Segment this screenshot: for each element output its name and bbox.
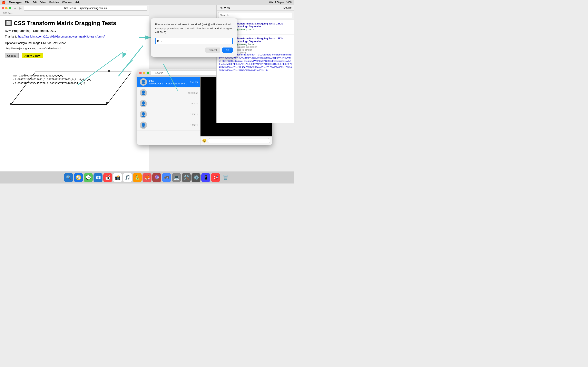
- close-button[interactable]: [2, 7, 4, 9]
- thread-avatar-2: 👤: [140, 89, 147, 96]
- to-number: 58: [227, 6, 230, 9]
- page-title-icon: 🔲: [5, 20, 12, 26]
- thread-avatar-1: 👤: [140, 78, 147, 86]
- menubar-time: Wed 7:56 pm: [269, 1, 284, 4]
- thread-preview-1: Website: CSS Transform Matrix Dragging T…: [149, 82, 188, 85]
- dock-app3[interactable]: 🎮: [162, 173, 171, 182]
- dialog-ok-button[interactable]: OK: [222, 48, 233, 53]
- messages-fullscreen[interactable]: [147, 72, 149, 74]
- thread-time-2: Yesterday: [188, 92, 198, 94]
- emoji-icon[interactable]: 😊: [202, 138, 207, 143]
- minimize-button[interactable]: [5, 7, 8, 9]
- dock-app2[interactable]: 🔮: [152, 173, 161, 182]
- right-search-input[interactable]: [218, 12, 292, 18]
- dock-mail[interactable]: 📧: [94, 173, 103, 182]
- menubar-battery: 100%: [286, 1, 292, 4]
- menubar-window[interactable]: Window: [62, 1, 71, 4]
- bookmark-css-tra[interactable]: CSS Tra...: [2, 11, 15, 15]
- message-text-input[interactable]: [208, 138, 270, 143]
- dock-finder[interactable]: 🔍: [64, 173, 73, 182]
- menubar: 🍎 Messages File Edit View Buddies Window…: [0, 0, 294, 5]
- thread-time-4: 22/3/21: [190, 113, 198, 116]
- matrix-display: matrix3d(0.8746038503382053,0,0,0, -0.09…: [13, 74, 91, 86]
- menubar-buddies[interactable]: Buddies: [49, 1, 59, 4]
- forward-button[interactable]: ▶: [18, 6, 22, 10]
- dock-app6[interactable]: ⚙️: [191, 173, 200, 182]
- bookmark-add[interactable]: +: [15, 11, 19, 15]
- emailer-note: For emailer they not webpage look emaile…: [237, 43, 261, 54]
- dock-trash[interactable]: 🗑️: [221, 173, 230, 182]
- details-label[interactable]: Details: [283, 6, 292, 9]
- thread-info-1: 0 58 Website: CSS Transform Matrix Dragg…: [149, 79, 188, 85]
- svg-text:→: →: [123, 48, 128, 53]
- bookmark-bar: CSS Tra... +: [2, 11, 147, 15]
- messages-minimize[interactable]: [143, 72, 145, 74]
- dock-firefox[interactable]: 🦊: [143, 173, 151, 182]
- to-label: To:: [219, 6, 223, 9]
- thread-avatar-3: 👤: [140, 100, 147, 107]
- browser-toolbar: ◀ ▶ Not Secure — rjmprogramming.com.au C…: [0, 5, 149, 16]
- messages-input-area: 😊: [200, 136, 272, 145]
- messages-sidebar: 👤 0 58 Website: CSS Transform Matrix Dra…: [137, 77, 200, 145]
- menubar-edit[interactable]: Edit: [33, 1, 37, 4]
- message-thread-3[interactable]: 👤 22/3/21: [137, 98, 200, 109]
- result-title-2: CSS Transform Matrix Dragging Tests ... …: [231, 37, 292, 43]
- message-thread-4[interactable]: 👤 22/3/21: [137, 109, 200, 120]
- message-thread-2[interactable]: 👤 Yesterday: [137, 87, 200, 98]
- dock-photos[interactable]: 📸: [113, 173, 122, 182]
- thread-avatar-4: 👤: [140, 111, 147, 118]
- dialog-buttons: Cancel OK: [155, 48, 233, 53]
- message-thread-5[interactable]: 👤 16/3/21: [137, 120, 200, 131]
- url-bar[interactable]: Not Secure — rjmprogramming.com.au: [24, 6, 147, 11]
- menubar-file[interactable]: File: [25, 1, 29, 4]
- thanks-link[interactable]: http://franklinta.com/2014/09/08/computi…: [18, 35, 104, 38]
- to-value: 0: [224, 6, 226, 9]
- messages-close[interactable]: [139, 72, 142, 74]
- bg-input[interactable]: http://www.rjmprogramming.com.au/MyBusin…: [5, 46, 62, 51]
- traffic-lights: [2, 7, 11, 9]
- url-bar-container: Not Secure — rjmprogramming.com.au: [24, 6, 147, 11]
- thread-avatar-5: 👤: [140, 122, 147, 129]
- dock-safari[interactable]: 🧭: [74, 173, 83, 182]
- to-bar: To: 0 58 Details: [217, 5, 294, 11]
- svg-rect-2: [10, 103, 12, 105]
- fullscreen-button[interactable]: [9, 7, 11, 9]
- choose-button[interactable]: Choose: [5, 53, 18, 58]
- apple-menu[interactable]: 🍎: [2, 0, 6, 4]
- dock-app7[interactable]: 📱: [201, 173, 210, 182]
- apply-below-button[interactable]: Apply Below: [22, 53, 43, 58]
- dock-app4[interactable]: 💻: [172, 173, 181, 182]
- dialog-cancel-button[interactable]: Cancel: [205, 48, 220, 53]
- author-line: RJM Programming - September, 2017: [5, 29, 144, 33]
- result-info-1: CSS Transform Matrix Dragging Tests ... …: [231, 22, 292, 32]
- dock-app5[interactable]: 🛠️: [182, 173, 191, 182]
- dock: 🔍 🧭 💬 📧 📆 📸 🎵 🐍 🦊 🔮 🎮 💻 🛠️ ⚙️ 📱 🎯 🗑️: [0, 171, 294, 184]
- dock-calendar[interactable]: 📆: [103, 173, 112, 182]
- menubar-help[interactable]: Help: [75, 1, 80, 4]
- thread-time-5: 16/3/21: [190, 124, 198, 126]
- dock-app1[interactable]: 🐍: [133, 173, 142, 182]
- thread-name-1: 0 58: [149, 79, 188, 82]
- message-thread-1[interactable]: 👤 0 58 Website: CSS Transform Matrix Dra…: [137, 77, 200, 87]
- dialog-email-input[interactable]: [155, 38, 233, 44]
- result-title-1: CSS Transform Matrix Dragging Tests ... …: [231, 22, 292, 28]
- dialog-message: Please enter email address to send to? (…: [155, 22, 233, 34]
- thread-time-3: 22/3/21: [190, 102, 198, 105]
- back-button[interactable]: ◀: [13, 6, 17, 10]
- menubar-view[interactable]: View: [40, 1, 46, 4]
- page-title-text: CSS Transform Matrix Dragging Tests: [14, 20, 116, 26]
- page-title: 🔲 CSS Transform Matrix Dragging Tests: [5, 20, 144, 26]
- browser-window: ◀ ▶ Not Secure — rjmprogramming.com.au C…: [0, 5, 149, 184]
- dock-messages[interactable]: 💬: [84, 173, 93, 182]
- thanks-line: Thanks to http://franklinta.com/2014/09/…: [5, 35, 144, 38]
- thread-time-1: 7:53 pm: [190, 81, 198, 83]
- dock-itunes[interactable]: 🎵: [123, 173, 132, 182]
- result-domain-1: rjmprogramming.com.au: [231, 28, 292, 31]
- email-dialog: Please enter email address to send to? (…: [151, 18, 237, 57]
- menubar-right: Wed 7:56 pm 100%: [269, 1, 292, 4]
- dock-app8[interactable]: 🎯: [211, 173, 220, 182]
- menubar-messages[interactable]: Messages: [9, 1, 22, 4]
- browser-controls: ◀ ▶ Not Secure — rjmprogramming.com.au: [2, 6, 147, 11]
- bg-label: Optional Background Image URL for Box Be…: [5, 42, 144, 45]
- svg-rect-3: [106, 102, 108, 104]
